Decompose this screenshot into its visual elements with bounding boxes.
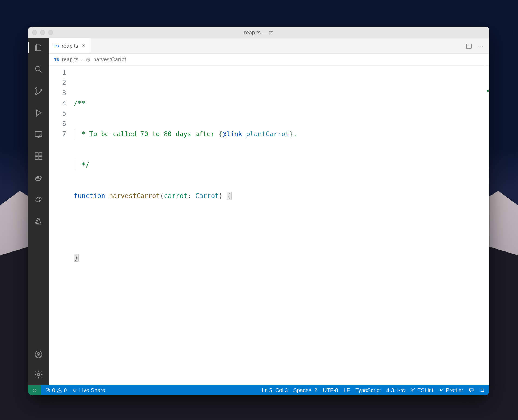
- activity-source-control[interactable]: [33, 85, 44, 97]
- code-editor[interactable]: 1 2 3 4 5 6 7 /** * To be called 70 to 8…: [49, 66, 489, 385]
- activity-extensions[interactable]: [33, 150, 44, 162]
- line-number: 4: [49, 98, 66, 108]
- gear-icon: [34, 370, 43, 379]
- window-titlebar[interactable]: reap.ts — ts: [28, 27, 489, 38]
- code-token: carrot: [164, 192, 187, 200]
- status-indentation[interactable]: Spaces: 2: [293, 387, 317, 393]
- activity-live-share[interactable]: [33, 193, 44, 205]
- svg-point-2: [35, 93, 37, 95]
- status-language-mode[interactable]: TypeScript: [355, 387, 381, 393]
- chevron-right-icon: ›: [81, 56, 83, 63]
- svg-point-15: [478, 46, 479, 46]
- window-title: reap.ts — ts: [28, 30, 489, 36]
- ellipsis-icon: [478, 43, 484, 49]
- more-actions-button[interactable]: [477, 43, 484, 50]
- code-token: /**: [74, 99, 85, 107]
- svg-rect-9: [39, 156, 42, 159]
- line-number-gutter: 1 2 3 4 5 6 7: [49, 66, 72, 385]
- tab-close-button[interactable]: [81, 43, 86, 49]
- svg-rect-8: [35, 156, 38, 159]
- code-token: [242, 130, 246, 138]
- activity-azure[interactable]: [33, 215, 44, 227]
- status-eol[interactable]: LF: [344, 387, 350, 393]
- run-debug-icon: [34, 108, 43, 117]
- code-token: Carrot: [195, 192, 219, 200]
- code-token: harvestCarrot: [109, 192, 160, 200]
- status-live-share-label: Live Share: [79, 387, 105, 393]
- code-token: function: [74, 192, 105, 200]
- code-token: }: [74, 254, 79, 262]
- window-minimize-button[interactable]: [40, 30, 45, 35]
- activity-docker[interactable]: [33, 172, 44, 184]
- code-token: To be called 70 to 80 days after: [89, 130, 219, 138]
- status-encoding[interactable]: UTF-8: [323, 387, 338, 393]
- line-number: 3: [49, 88, 66, 98]
- status-eslint[interactable]: ESLint: [410, 387, 433, 394]
- svg-point-13: [37, 373, 40, 376]
- breadcrumb[interactable]: TS reap.ts › harvestCarrot: [49, 54, 489, 66]
- tab-reap-ts[interactable]: TS reap.ts: [49, 38, 91, 53]
- code-token: [223, 192, 226, 200]
- code-token: @link: [223, 130, 242, 138]
- line-number: 2: [49, 77, 66, 88]
- breadcrumb-file[interactable]: reap.ts: [62, 56, 78, 63]
- line-number: 5: [49, 108, 66, 119]
- code-token: plantCarrot: [246, 130, 289, 138]
- window-close-button[interactable]: [32, 30, 37, 35]
- svg-point-17: [482, 46, 483, 46]
- activity-search[interactable]: [33, 63, 44, 75]
- bell-icon: [479, 387, 485, 393]
- status-typescript-version[interactable]: 4.3.1-rc: [386, 387, 405, 393]
- status-notifications[interactable]: [479, 387, 485, 393]
- extensions-icon: [34, 151, 43, 161]
- activity-explorer[interactable]: [33, 42, 44, 54]
- error-icon: [45, 387, 50, 393]
- svg-point-12: [37, 352, 40, 355]
- symbol-method-icon: [86, 57, 91, 62]
- code-token: :: [187, 192, 195, 200]
- typescript-file-icon: TS: [54, 57, 59, 62]
- status-live-share[interactable]: Live Share: [72, 387, 105, 393]
- status-cursor-position[interactable]: Ln 5, Col 3: [262, 387, 288, 393]
- account-icon: [34, 350, 43, 359]
- editor-tabs-actions: [465, 38, 489, 53]
- code-token: */: [78, 161, 89, 169]
- code-token: {: [227, 192, 232, 200]
- files-icon: [34, 43, 43, 52]
- code-content[interactable]: /** * To be called 70 to 80 days after {…: [72, 66, 484, 385]
- line-number: 1: [49, 67, 66, 77]
- code-token: }: [289, 130, 293, 138]
- code-token: {: [219, 130, 222, 138]
- editor-scrollbar[interactable]: [484, 66, 489, 385]
- activity-settings[interactable]: [33, 369, 44, 380]
- status-problems[interactable]: 0 0: [45, 387, 67, 393]
- editor-tabs: TS reap.ts: [49, 38, 489, 54]
- live-share-icon: [34, 195, 43, 204]
- code-token: (: [160, 192, 164, 200]
- live-share-icon: [72, 387, 78, 393]
- code-token: *: [78, 130, 89, 138]
- svg-point-3: [40, 89, 41, 91]
- vscode-window: reap.ts — ts: [28, 27, 489, 395]
- activity-remote-explorer[interactable]: [33, 128, 44, 140]
- svg-rect-10: [39, 153, 42, 156]
- check-icon: [410, 387, 416, 392]
- svg-point-16: [480, 46, 481, 46]
- window-traffic-lights: [32, 30, 53, 35]
- close-icon: [81, 44, 85, 47]
- code-token: [105, 192, 109, 200]
- source-control-icon: [34, 86, 43, 96]
- activity-accounts[interactable]: [33, 348, 44, 360]
- svg-point-1: [35, 88, 37, 89]
- docker-icon: [34, 173, 43, 182]
- status-prettier[interactable]: Prettier: [439, 387, 463, 394]
- status-feedback[interactable]: [469, 387, 474, 393]
- breadcrumb-symbol[interactable]: harvestCarrot: [93, 56, 126, 63]
- split-editor-button[interactable]: [465, 43, 472, 50]
- search-icon: [34, 65, 43, 74]
- window-zoom-button[interactable]: [48, 30, 53, 35]
- azure-icon: [34, 217, 43, 226]
- status-remote-button[interactable]: [28, 385, 41, 395]
- status-error-count: 0: [52, 387, 55, 393]
- activity-run-debug[interactable]: [33, 107, 44, 119]
